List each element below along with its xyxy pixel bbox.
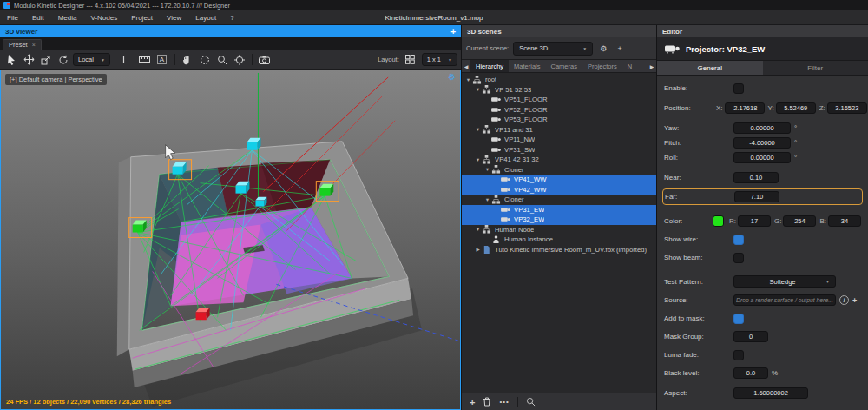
tree-item[interactable]: VP31_SW <box>462 145 656 155</box>
tree-item[interactable]: ▼ VP11 and 31 <box>462 125 656 136</box>
color-g-input[interactable] <box>783 215 816 227</box>
menu-edit[interactable]: Edit <box>25 10 51 24</box>
tree-item[interactable]: ▼ root <box>462 75 656 85</box>
angle-tool-button[interactable] <box>120 52 135 68</box>
camera-label[interactable]: [+] Default camera | Perspective <box>5 74 107 85</box>
search-button[interactable] <box>526 397 536 407</box>
add-node-button[interactable]: + <box>470 397 475 407</box>
viewport-gear-icon[interactable]: ⚙ <box>448 72 456 82</box>
position-y-input[interactable] <box>776 102 816 114</box>
tree-item[interactable]: VP32_EW <box>462 215 656 225</box>
menu-vnodes[interactable]: V-Nodes <box>83 10 124 24</box>
tree-item[interactable]: ▼ VP41 42 31 32 <box>462 155 656 165</box>
expander-icon[interactable]: ▼ <box>474 227 482 232</box>
yaw-input[interactable] <box>733 122 791 134</box>
mask-group-input[interactable] <box>733 331 768 342</box>
expander-icon[interactable]: ▼ <box>474 127 482 132</box>
rotate-tool-button[interactable] <box>56 52 71 68</box>
menu-help[interactable]: ? <box>223 10 240 24</box>
tree-item[interactable]: ▼ Cloner <box>462 195 656 205</box>
far-input[interactable] <box>734 191 779 202</box>
more-options-button[interactable]: ••• <box>499 398 509 406</box>
menu-view[interactable]: View <box>160 10 188 24</box>
position-z-input[interactable] <box>827 102 867 114</box>
lasso-tool-button[interactable] <box>197 52 213 68</box>
expander-icon[interactable]: ▼ <box>474 87 482 92</box>
pan-tool-button[interactable] <box>180 52 195 68</box>
focus-tool-button[interactable] <box>232 52 247 68</box>
measure-tool-button[interactable] <box>137 52 153 68</box>
select-tool-button[interactable] <box>3 52 19 68</box>
show-beam-checkbox[interactable] <box>733 253 744 263</box>
aspect-input[interactable] <box>733 387 808 399</box>
color-b-input[interactable] <box>828 215 861 227</box>
zoom-tool-button[interactable] <box>214 52 230 68</box>
color-swatch[interactable] <box>713 215 724 227</box>
tree-item[interactable]: VP51_FLOOR <box>462 95 656 105</box>
menu-media[interactable]: Media <box>51 10 84 24</box>
tab-general[interactable]: General <box>657 61 763 75</box>
preset-tab[interactable]: Preset × <box>3 39 42 50</box>
tree-item[interactable]: ▼ VP 51 52 53 <box>462 85 656 96</box>
close-tab-icon[interactable]: × <box>32 42 36 48</box>
tree-item[interactable]: VP42_WW <box>462 185 656 195</box>
position-x-input[interactable] <box>725 102 765 114</box>
enable-checkbox[interactable] <box>733 83 744 94</box>
scene-dropdown[interactable]: Scene 3D▼ <box>513 42 593 56</box>
near-input[interactable] <box>733 172 779 183</box>
viewport-3d[interactable]: [+] Default camera | Perspective ⚙ 24 FP… <box>0 70 461 410</box>
tabs-scroll-right-icon[interactable]: ▶ <box>648 60 656 72</box>
show-wire-checkbox[interactable] <box>733 235 744 245</box>
source-input[interactable] <box>733 294 836 306</box>
delete-node-button[interactable] <box>483 397 491 407</box>
add-scene-button[interactable]: + <box>614 44 626 53</box>
expander-icon[interactable]: ▼ <box>483 167 491 172</box>
tab-materials[interactable]: Materials <box>509 60 545 72</box>
tab-nodes[interactable]: N <box>622 60 637 72</box>
black-level-input[interactable] <box>733 367 768 379</box>
tree-item[interactable]: ▶ Tuto Kinetic Immersive Room_m_UV.fbx (… <box>462 245 656 255</box>
tree-item-label: VP51_FLOOR <box>504 96 548 103</box>
add-viewer-button[interactable]: + <box>450 27 456 36</box>
roll-input[interactable] <box>733 152 791 163</box>
menu-project[interactable]: Project <box>124 10 160 24</box>
tree-item[interactable]: VP53_FLOOR <box>462 115 656 125</box>
tree-item[interactable]: VP41_WW <box>462 175 656 185</box>
pitch-input[interactable] <box>733 137 791 149</box>
add-to-mask-checkbox[interactable] <box>733 314 744 324</box>
label-tool-button[interactable]: A <box>155 52 170 68</box>
tab-hierarchy[interactable]: Hierarchy <box>470 60 509 72</box>
menu-layout[interactable]: Layout <box>188 10 223 24</box>
tab-filter[interactable]: Filter <box>763 61 868 75</box>
tab-cameras[interactable]: Cameras <box>546 60 582 72</box>
tab-projectors[interactable]: Projectors <box>582 60 622 72</box>
tabs-scroll-left-icon[interactable]: ◀ <box>462 60 470 72</box>
tree-item[interactable]: VP11_NW <box>462 135 656 145</box>
expander-icon[interactable]: ▼ <box>474 157 482 162</box>
luma-fade-checkbox[interactable] <box>733 350 744 360</box>
far-row: Far: <box>665 191 860 202</box>
expander-icon[interactable]: ▼ <box>464 77 472 83</box>
color-r-input[interactable] <box>738 215 771 227</box>
transform-space-dropdown[interactable]: Local▼ <box>73 53 110 66</box>
expander-icon[interactable]: ▶ <box>474 247 482 252</box>
tree-item[interactable]: ▼ Cloner <box>462 165 656 175</box>
tree-item[interactable]: VP52_FLOOR <box>462 105 656 116</box>
add-source-button[interactable]: + <box>852 296 857 305</box>
tree-item[interactable]: ▼ Human Node <box>462 225 656 235</box>
layout-grid-button[interactable] <box>403 52 418 68</box>
projector-icon <box>491 116 502 124</box>
layout-count-dropdown[interactable]: 1 x 1▼ <box>422 53 457 66</box>
show-wire-row: Show wire: <box>664 234 861 245</box>
info-icon[interactable]: i <box>839 295 849 305</box>
hierarchy-tree: ▼ root ▼ VP 51 52 53 VP51_FLOOR VP52_FLO… <box>462 73 656 393</box>
tree-item[interactable]: VP31_EW <box>462 205 656 215</box>
tree-item[interactable]: Human Instance <box>462 235 656 245</box>
test-pattern-dropdown[interactable]: Softedge ▼ <box>733 275 836 288</box>
scene-settings-gear-icon[interactable]: ⚙ <box>597 44 609 53</box>
menu-file[interactable]: File <box>0 10 25 24</box>
expander-icon[interactable]: ▼ <box>483 197 491 202</box>
scale-tool-button[interactable] <box>38 52 54 68</box>
camera-capture-button[interactable] <box>257 52 273 68</box>
move-tool-button[interactable] <box>21 52 36 68</box>
